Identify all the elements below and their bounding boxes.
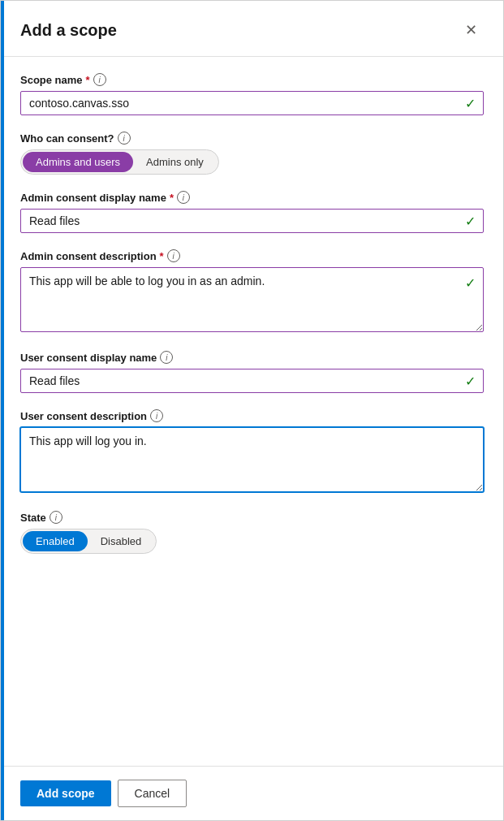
user-consent-description-label: User consent description i (20, 409, 484, 422)
admin-consent-description-field-group: Admin consent description * i ✓ (20, 249, 484, 335)
dialog-content: Scope name * i ✓ Who can consent? i Admi… (1, 57, 503, 766)
disabled-option[interactable]: Disabled (88, 531, 155, 551)
left-accent-bar (1, 1, 4, 820)
dialog-footer: Add scope Cancel (1, 766, 503, 820)
user-consent-display-name-label: User consent display name i (20, 351, 484, 364)
admin-consent-display-name-field-group: Admin consent display name * i ✓ (20, 191, 484, 233)
add-scope-button[interactable]: Add scope (20, 780, 111, 806)
scope-name-info-icon[interactable]: i (93, 73, 106, 86)
user-consent-display-name-input-wrapper: ✓ (20, 369, 484, 393)
user-consent-description-info-icon[interactable]: i (150, 409, 163, 422)
user-consent-display-name-info-icon[interactable]: i (160, 351, 173, 364)
who-can-consent-toggle-group: Admins and users Admins only (20, 149, 219, 175)
scope-name-field-group: Scope name * i ✓ (20, 73, 484, 115)
admins-only-option[interactable]: Admins only (133, 152, 217, 172)
admin-consent-display-name-check-icon: ✓ (465, 214, 476, 229)
state-toggle-group: Enabled Disabled (20, 529, 157, 554)
admin-consent-description-textarea-wrapper: ✓ (20, 267, 484, 335)
admin-consent-description-textarea[interactable] (20, 267, 484, 332)
user-consent-description-field-group: User consent description i (20, 409, 484, 495)
who-can-consent-field-group: Who can consent? i Admins and users Admi… (20, 132, 484, 175)
scope-name-label: Scope name * i (20, 73, 484, 86)
scope-name-input-wrapper: ✓ (20, 91, 484, 115)
close-icon: ✕ (465, 21, 477, 39)
state-field-group: State i Enabled Disabled (20, 511, 484, 554)
state-label: State i (20, 511, 484, 524)
who-can-consent-info-icon[interactable]: i (118, 132, 131, 145)
admins-and-users-option[interactable]: Admins and users (23, 152, 133, 172)
admin-consent-display-name-input[interactable] (20, 209, 484, 233)
admin-consent-description-label: Admin consent description * i (20, 249, 484, 262)
admin-consent-description-check-icon: ✓ (465, 275, 476, 291)
admin-consent-display-name-label: Admin consent display name * i (20, 191, 484, 204)
user-consent-display-name-check-icon: ✓ (465, 374, 476, 389)
user-consent-display-name-input[interactable] (20, 369, 484, 393)
state-info-icon[interactable]: i (50, 511, 62, 524)
admin-consent-display-name-info-icon[interactable]: i (177, 191, 190, 204)
required-indicator: * (170, 192, 174, 204)
dialog-header: Add a scope ✕ (1, 1, 503, 57)
add-scope-dialog: Add a scope ✕ Scope name * i ✓ Who can c… (0, 0, 504, 821)
user-consent-description-textarea[interactable] (20, 427, 484, 492)
required-indicator: * (160, 250, 164, 262)
admin-consent-description-info-icon[interactable]: i (167, 249, 180, 262)
user-consent-display-name-field-group: User consent display name i ✓ (20, 351, 484, 393)
admin-consent-display-name-input-wrapper: ✓ (20, 209, 484, 233)
enabled-option[interactable]: Enabled (23, 531, 88, 551)
required-indicator: * (86, 74, 90, 86)
user-consent-description-textarea-wrapper (20, 427, 484, 495)
who-can-consent-label: Who can consent? i (20, 132, 484, 145)
scope-name-check-icon: ✓ (465, 96, 476, 111)
scope-name-input[interactable] (20, 91, 484, 115)
close-button[interactable]: ✕ (458, 17, 484, 43)
dialog-title: Add a scope (20, 21, 117, 40)
cancel-button[interactable]: Cancel (118, 780, 187, 807)
